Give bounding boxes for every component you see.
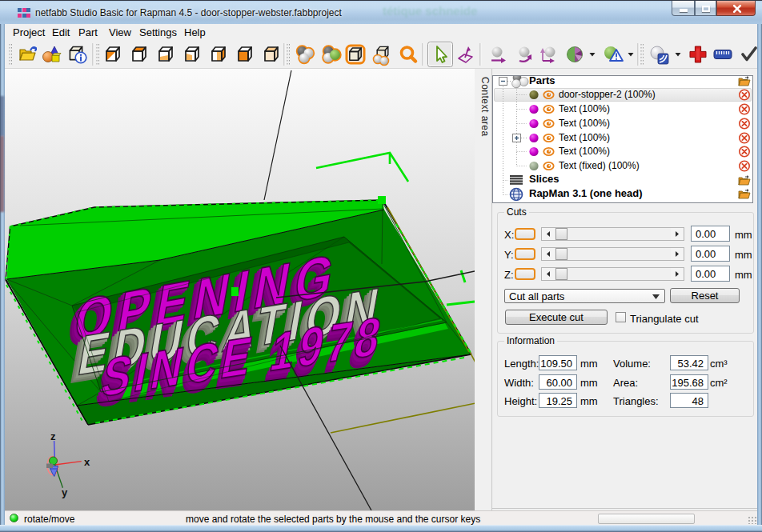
svg-text:y: y [62, 486, 68, 498]
svg-text:x: x [84, 456, 90, 468]
svg-text:z: z [50, 430, 56, 442]
